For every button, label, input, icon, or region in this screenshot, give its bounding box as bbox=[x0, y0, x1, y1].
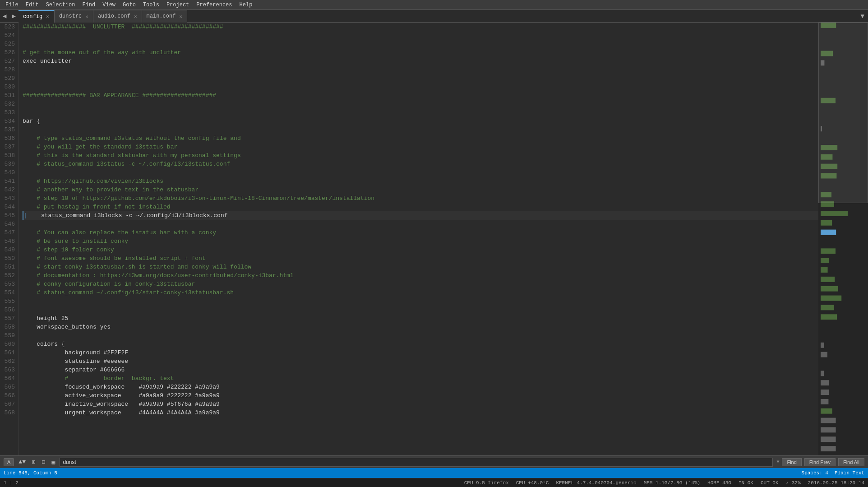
menu-selection[interactable]: Selection bbox=[42, 1, 79, 9]
code-content[interactable]: ################## UNCLUTTER ###########… bbox=[19, 23, 818, 455]
date-status: 2016-09-25 18:20:14 bbox=[808, 480, 864, 486]
line-number: 558 bbox=[2, 323, 15, 331]
tab-dunstrc[interactable]: dunstrc ✕ bbox=[55, 10, 93, 23]
tab-bar: ◀ ▶ config ✕ dunstrc ✕ audio.conf ✕ main… bbox=[0, 10, 868, 23]
code-line: # You can also replace the istatus bar w… bbox=[23, 228, 818, 237]
line-number: 551 bbox=[2, 263, 15, 271]
mem-status: MEM 1.1G/7.8G (14%) bbox=[644, 480, 700, 486]
spaces-status[interactable]: Spaces: 4 bbox=[802, 470, 828, 476]
search-input[interactable] bbox=[60, 458, 773, 467]
code-line bbox=[23, 65, 818, 74]
code-line: # conky configuration is in conky-i3stat… bbox=[23, 280, 818, 288]
menu-tools[interactable]: Tools bbox=[139, 1, 163, 9]
mem-label: MEM bbox=[644, 480, 653, 486]
tab-config[interactable]: config ✕ bbox=[18, 10, 55, 23]
bottom-toolbar: A ▲▼ ⊞ ⊟ ▣ ▼ Find Find Prev Find All bbox=[0, 455, 868, 468]
menu-find[interactable]: Find bbox=[78, 1, 99, 9]
line-number: 568 bbox=[2, 408, 15, 417]
menu-edit[interactable]: Edit bbox=[22, 1, 42, 9]
search-dropdown-icon[interactable]: ▼ bbox=[776, 459, 779, 464]
code-line: active_workspace #a9a9a9 #222222 #a9a9a9 bbox=[23, 391, 818, 400]
line-number: 554 bbox=[2, 288, 15, 297]
tab-mainconf[interactable]: main.conf ✕ bbox=[142, 10, 187, 23]
tab-dunstrc-close[interactable]: ✕ bbox=[85, 14, 88, 19]
menu-project[interactable]: Project bbox=[163, 1, 193, 9]
line-number: 567 bbox=[2, 400, 15, 408]
code-line: height 25 bbox=[23, 314, 818, 323]
line-number: 541 bbox=[2, 177, 15, 186]
line-number: 536 bbox=[2, 134, 15, 143]
code-line bbox=[23, 83, 818, 91]
code-line: # step 10 folder conky bbox=[23, 246, 818, 254]
kernel-label: KERNEL bbox=[556, 480, 574, 486]
code-line: # this is the standard statusbar with my… bbox=[23, 151, 818, 160]
tab-audioconf[interactable]: audio.conf ✕ bbox=[93, 10, 142, 23]
tab-next-btn[interactable]: ▶ bbox=[9, 10, 18, 23]
kernel-status: KERNEL 4.7.4-040704-generic bbox=[556, 480, 636, 486]
workspace-nums[interactable]: 1 | 2 bbox=[4, 480, 18, 486]
line-number: 529 bbox=[2, 74, 15, 83]
tab-config-close[interactable]: ✕ bbox=[46, 14, 49, 19]
menu-view[interactable]: View bbox=[99, 1, 119, 9]
line-number: 562 bbox=[2, 357, 15, 366]
menu-preferences[interactable]: Preferences bbox=[193, 1, 235, 9]
tab-prev-btn[interactable]: ◀ bbox=[0, 10, 9, 23]
code-line bbox=[23, 297, 818, 306]
line-number: 524 bbox=[2, 31, 15, 40]
info-bar: 1 | 2 CPU 9.5 firefox CPU +48.0°C KERNEL… bbox=[0, 478, 868, 487]
status-bar: Line 545, Column 5 Spaces: 4 Plain Text bbox=[0, 468, 868, 478]
firefox-label: firefox bbox=[488, 480, 509, 486]
menu-goto[interactable]: Goto bbox=[119, 1, 139, 9]
out-val: OK bbox=[772, 480, 778, 486]
code-line bbox=[23, 40, 818, 48]
menu-help[interactable]: Help bbox=[236, 1, 256, 9]
line-number: 532 bbox=[2, 100, 15, 108]
code-line bbox=[23, 168, 818, 177]
code-line bbox=[23, 108, 818, 117]
line-number: 546 bbox=[2, 220, 15, 228]
menu-file[interactable]: File bbox=[2, 1, 22, 9]
kernel-val: 4.7.4-040704-generic bbox=[577, 480, 637, 486]
line-number: 528 bbox=[2, 65, 15, 74]
tab-end-btn[interactable]: ▼ bbox=[857, 13, 868, 20]
toolbar-icon4[interactable]: ▣ bbox=[50, 458, 57, 467]
code-line: workspace_buttons yes bbox=[23, 323, 818, 331]
tab-mainconf-close[interactable]: ✕ bbox=[179, 14, 182, 19]
toolbar-icon1[interactable]: ▲▼ bbox=[17, 458, 28, 466]
code-line: # border backgr. text bbox=[23, 374, 818, 383]
toolbar-icon3[interactable]: ⊟ bbox=[40, 458, 47, 467]
code-line: # status_command ~/.config/i3/start-conk… bbox=[23, 288, 818, 297]
minimap-viewport bbox=[818, 23, 868, 203]
code-line: # https://github.com/vivien/i3blocks bbox=[23, 177, 818, 186]
net-in-status: IN OK bbox=[739, 480, 753, 486]
code-line bbox=[23, 74, 818, 83]
tab-audioconf-close[interactable]: ✕ bbox=[134, 14, 137, 19]
code-line: # be sure to install conky bbox=[23, 237, 818, 246]
code-line: # start-conky-i3statusbar.sh is started … bbox=[23, 263, 818, 271]
find-prev-button[interactable]: Find Prev bbox=[804, 458, 836, 466]
find-all-button[interactable]: Find All bbox=[838, 458, 864, 466]
line-number: 540 bbox=[2, 168, 15, 177]
line-number: 543 bbox=[2, 194, 15, 203]
find-button[interactable]: Find bbox=[782, 458, 801, 466]
line-number: 535 bbox=[2, 125, 15, 134]
line-number: 549 bbox=[2, 246, 15, 254]
code-line: bar { bbox=[23, 117, 818, 125]
tab-audioconf-label: audio.conf bbox=[98, 13, 130, 19]
cpu-status: CPU 9.5 firefox bbox=[464, 480, 509, 486]
net-out-status: OUT OK bbox=[761, 480, 779, 486]
line-number: 555 bbox=[2, 297, 15, 306]
code-line bbox=[23, 220, 818, 228]
cpu-val: 9.5 bbox=[476, 480, 485, 486]
line-number: 563 bbox=[2, 366, 15, 374]
minimap[interactable] bbox=[818, 23, 868, 455]
editor-area: 5235245255265275285295305315325335345355… bbox=[0, 23, 868, 455]
font-size-btn[interactable]: A bbox=[4, 458, 14, 466]
file-type-status[interactable]: Plain Text bbox=[835, 470, 864, 476]
code-line: # font awesome should be installed scrip… bbox=[23, 254, 818, 263]
toolbar-icon2[interactable]: ⊞ bbox=[30, 458, 37, 467]
line-number: 523 bbox=[2, 23, 15, 31]
line-number: 526 bbox=[2, 48, 15, 57]
line-number: 560 bbox=[2, 340, 15, 348]
code-line: # another way to provide text in the sta… bbox=[23, 186, 818, 194]
